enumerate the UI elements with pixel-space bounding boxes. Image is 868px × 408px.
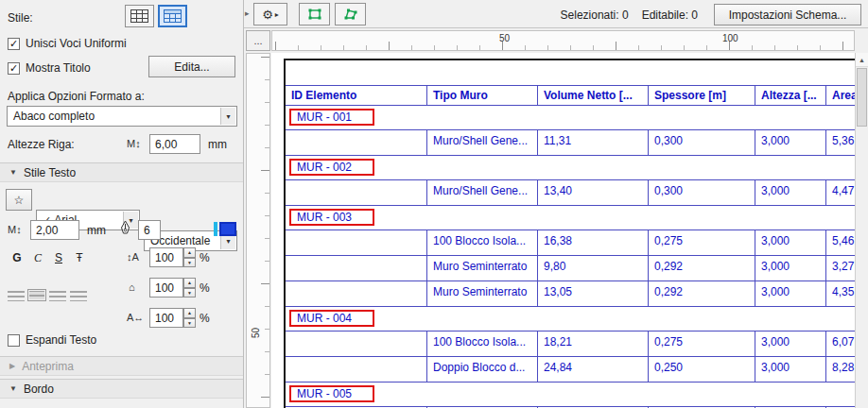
- column-header[interactable]: Area: [826, 86, 855, 105]
- character-spacing-stepper[interactable]: ▲ ▼: [183, 308, 196, 328]
- line-spacing-stepper[interactable]: ▲ ▼: [183, 247, 196, 267]
- table-cell[interactable]: 3,27: [826, 256, 855, 280]
- table-cell[interactable]: [286, 357, 427, 382]
- table-cell[interactable]: 24,84: [538, 357, 649, 382]
- table-cell[interactable]: 100 Blocco Isola...: [427, 230, 538, 255]
- table-cell[interactable]: 0,292: [649, 281, 755, 306]
- text-size-input[interactable]: 2,00: [30, 220, 79, 240]
- schema-settings-button[interactable]: Impostazioni Schema...: [714, 4, 861, 26]
- table-cell[interactable]: 3,000: [755, 357, 826, 382]
- table-cell[interactable]: [286, 332, 427, 356]
- table-cell[interactable]: 18,21: [538, 332, 649, 356]
- table-cell[interactable]: 0,275: [649, 332, 755, 356]
- merge-uniform-items-checkbox[interactable]: Unisci Voci Uniformi: [8, 37, 127, 50]
- text-style-section-header[interactable]: ▼ Stile Testo: [0, 162, 243, 182]
- table-cell[interactable]: [286, 130, 427, 155]
- table-cell[interactable]: [286, 180, 427, 205]
- preview-section-header[interactable]: ▶ Anteprima: [0, 356, 243, 376]
- spin-down-icon[interactable]: ▼: [183, 258, 196, 268]
- character-spacing-percent: %: [200, 312, 210, 325]
- group-id-box[interactable]: MUR - 004: [289, 310, 374, 327]
- table-cell[interactable]: 3,000: [755, 180, 826, 205]
- row-height-input[interactable]: 6,00: [149, 134, 200, 154]
- table-cell[interactable]: 4,47: [826, 180, 855, 205]
- ruler-corner-button[interactable]: ...: [246, 30, 270, 51]
- character-spacing-input[interactable]: 100: [149, 308, 183, 328]
- favorite-font-button[interactable]: ☆: [6, 189, 32, 211]
- paragraph-spacing-stepper[interactable]: ▲ ▼: [183, 278, 196, 298]
- table-cell[interactable]: 0,250: [649, 357, 755, 382]
- pen-number-input[interactable]: 6: [138, 220, 161, 240]
- table-cell[interactable]: [286, 230, 427, 255]
- align-justify-button[interactable]: [70, 291, 87, 301]
- expand-text-checkbox[interactable]: Espandi Testo: [8, 333, 96, 347]
- column-header[interactable]: Altezza [...: [755, 86, 826, 105]
- table-style-plain-button[interactable]: [125, 5, 154, 27]
- table-cell[interactable]: 0,292: [649, 256, 755, 280]
- table-cell[interactable]: 100 Blocco Isola...: [427, 332, 538, 356]
- table-cell[interactable]: 13,40: [538, 180, 649, 205]
- table-cell[interactable]: Muro Seminterrato: [427, 256, 538, 280]
- align-center-button[interactable]: [28, 290, 45, 300]
- edit-selection-button[interactable]: [335, 3, 366, 26]
- table-cell[interactable]: 8,28: [826, 357, 855, 382]
- table-cell[interactable]: 3,000: [755, 332, 826, 356]
- show-title-checkbox[interactable]: Mostra Titolo: [8, 61, 91, 75]
- select-elements-button[interactable]: [299, 3, 330, 26]
- align-left-button[interactable]: [8, 291, 25, 301]
- table-cell[interactable]: 6,07: [826, 332, 855, 356]
- selection-marquee-icon: [306, 7, 323, 22]
- spin-up-icon[interactable]: ▲: [183, 247, 196, 258]
- table-cell[interactable]: [286, 256, 427, 280]
- table-cell[interactable]: Doppio Blocco d...: [427, 357, 538, 382]
- scrollbar-thumb[interactable]: [857, 68, 867, 127]
- table-cell[interactable]: Muro/Shell Gene...: [427, 130, 538, 155]
- strikethrough-button[interactable]: Ŧ: [70, 247, 89, 268]
- paragraph-spacing-input[interactable]: 100: [149, 278, 183, 298]
- toolbar-overflow-icon[interactable]: ▸: [245, 8, 250, 18]
- bold-button[interactable]: G: [8, 247, 26, 268]
- column-header[interactable]: Volume Netto [...: [538, 86, 649, 105]
- column-header[interactable]: Tipo Muro: [427, 86, 538, 105]
- spin-up-icon[interactable]: ▲: [183, 278, 196, 288]
- table-cell[interactable]: 0,275: [649, 230, 755, 255]
- table-cell[interactable]: 5,46: [826, 230, 855, 255]
- table-cell[interactable]: 11,31: [538, 130, 649, 155]
- table-cell[interactable]: 13,05: [538, 281, 649, 306]
- group-id-box[interactable]: MUR - 005: [289, 385, 374, 402]
- table-cell[interactable]: 3,000: [755, 256, 826, 280]
- table-cell[interactable]: 9,80: [538, 256, 649, 280]
- line-spacing-input[interactable]: 100: [149, 247, 183, 267]
- pen-color-control[interactable]: [214, 222, 236, 236]
- table-cell[interactable]: 0,300: [649, 130, 755, 155]
- chevron-down-icon[interactable]: ▾: [220, 108, 235, 125]
- table-cell[interactable]: 5,36: [826, 130, 855, 155]
- scroll-up-button[interactable]: ▲: [856, 53, 868, 67]
- group-id-box[interactable]: MUR - 003: [289, 209, 374, 226]
- table-cell[interactable]: Muro/Shell Gene...: [427, 180, 538, 205]
- table-cell[interactable]: Muro Seminterrato: [427, 281, 538, 306]
- border-section-header[interactable]: ▼ Bordo: [0, 379, 243, 399]
- group-id-box[interactable]: MUR - 001: [289, 109, 374, 126]
- italic-button[interactable]: C: [28, 247, 47, 268]
- table-cell[interactable]: 3,000: [755, 130, 826, 155]
- underline-button[interactable]: S: [49, 247, 68, 268]
- table-cell[interactable]: 0,300: [649, 180, 755, 205]
- spin-down-icon[interactable]: ▼: [183, 318, 196, 329]
- column-header[interactable]: Spessore [m]: [649, 86, 755, 105]
- table-cell[interactable]: 16,38: [538, 230, 649, 255]
- apply-format-select[interactable]: Abaco completo ▾: [7, 106, 237, 127]
- table-cell[interactable]: [286, 281, 427, 306]
- edit-title-button[interactable]: Edita...: [148, 56, 235, 77]
- table-cell[interactable]: 3,000: [755, 281, 826, 306]
- table-cell[interactable]: 4,35: [826, 281, 855, 306]
- table-cell[interactable]: 3,000: [755, 230, 826, 255]
- group-id-box[interactable]: MUR - 002: [289, 159, 374, 176]
- spin-up-icon[interactable]: ▲: [183, 308, 196, 318]
- options-menu-button[interactable]: ⚙ ▸: [253, 3, 287, 26]
- vertical-scrollbar[interactable]: ▲: [855, 53, 868, 408]
- spin-down-icon[interactable]: ▼: [183, 288, 196, 298]
- column-header[interactable]: ID Elemento: [286, 86, 427, 105]
- table-style-united-button[interactable]: [158, 5, 187, 27]
- align-right-button[interactable]: [49, 291, 66, 301]
